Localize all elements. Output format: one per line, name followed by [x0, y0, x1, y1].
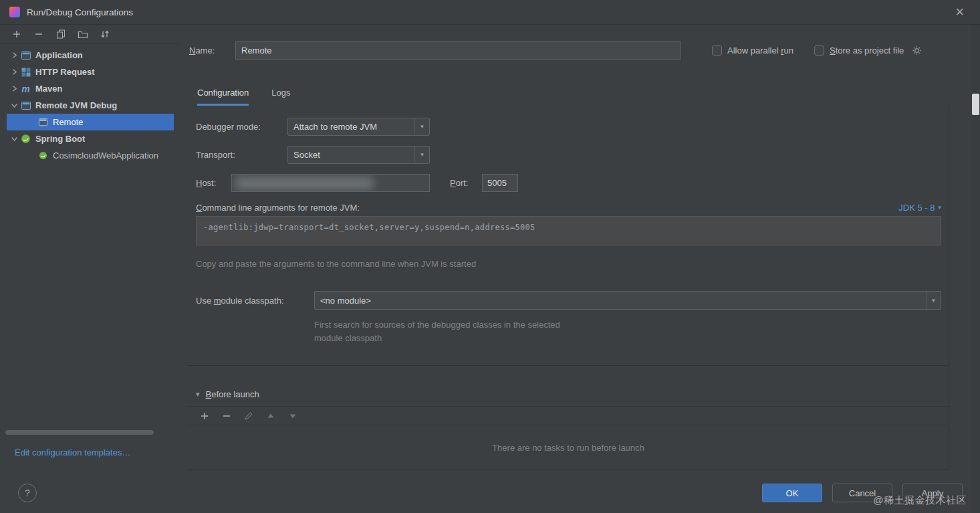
configurations-sidebar: Application HTTP Request m Maven Remote …: [0, 25, 180, 473]
move-down-icon[interactable]: [287, 411, 298, 421]
cmd-args-label-row: Command line arguments for remote JVM: J…: [196, 202, 941, 213]
sort-icon[interactable]: [100, 29, 110, 39]
chevron-down-icon[interactable]: [9, 135, 20, 142]
chevron-down-icon[interactable]: [9, 102, 20, 109]
debugger-mode-select[interactable]: Attach to remote JVM ▼: [287, 118, 430, 136]
sidebar-horizontal-scrollbar[interactable]: [5, 430, 154, 435]
section-divider: [187, 365, 949, 366]
remove-icon[interactable]: [221, 411, 232, 421]
before-launch-header[interactable]: ▾ Before launch: [196, 389, 949, 399]
host-port-row: Host: Port:: [196, 174, 949, 192]
remote-jvm-debug-icon: [20, 100, 31, 111]
configurations-tree: Application HTTP Request m Maven Remote …: [0, 43, 180, 164]
ok-button[interactable]: OK: [762, 484, 822, 502]
debugger-mode-label: Debugger mode:: [196, 122, 287, 132]
new-folder-icon[interactable]: [78, 29, 88, 39]
chevron-down-icon: ▾: [196, 390, 200, 399]
cmd-args-label: Command line arguments for remote JVM:: [196, 203, 360, 213]
redacted-host-value: [236, 177, 373, 189]
host-input[interactable]: [231, 174, 430, 192]
tab-configuration[interactable]: Configuration: [197, 88, 249, 106]
tree-item-application[interactable]: Application: [0, 47, 180, 64]
remote-config-icon: [37, 117, 49, 128]
debugger-mode-row: Debugger mode: Attach to remote JVM ▼: [196, 118, 949, 136]
cmd-args-field[interactable]: -agentlib:jdwp=transport=dt_socket,serve…: [196, 216, 941, 245]
title-bar: Run/Debug Configurations ×: [0, 0, 980, 25]
before-launch-toolbar: [187, 406, 949, 425]
port-label: Port:: [450, 178, 482, 188]
name-row: Name: Allow parallel run Store as projec…: [187, 41, 967, 60]
transport-select[interactable]: Socket ▼: [287, 146, 430, 164]
scrollbar-thumb[interactable]: [972, 94, 979, 115]
tabs: Configuration Logs: [187, 88, 967, 106]
chevron-right-icon[interactable]: [9, 85, 20, 92]
module-classpath-row: Use module classpath: <no module> ▼: [196, 291, 949, 310]
sidebar-toolbar: [0, 25, 180, 43]
tree-item-cosimcloud-web-application[interactable]: CosimcloudWebApplication: [0, 147, 180, 164]
gear-icon[interactable]: [912, 45, 922, 56]
tree-item-remote[interactable]: Remote: [7, 114, 174, 130]
jdk-version-select[interactable]: JDK 5 - 8 ▾: [898, 203, 941, 213]
store-as-project-file-checkbox[interactable]: [814, 45, 824, 56]
store-as-project-file-label: Store as project file: [830, 45, 904, 56]
chevron-down-icon: ▼: [926, 292, 941, 309]
tree-item-http-request[interactable]: HTTP Request: [0, 64, 180, 80]
configuration-panel: Debugger mode: Attach to remote JVM ▼ Tr…: [187, 106, 949, 470]
tree-item-maven[interactable]: m Maven: [0, 80, 180, 97]
maven-icon: m: [20, 84, 31, 94]
tab-logs[interactable]: Logs: [271, 88, 290, 106]
main-panel: Name: Allow parallel run Store as projec…: [187, 25, 967, 473]
chevron-down-icon: ▾: [938, 204, 941, 211]
transport-label: Transport:: [196, 150, 287, 160]
watermark: @稀土掘金技术社区: [873, 494, 967, 507]
module-classpath-hint: First search for sources of the debugged…: [314, 318, 949, 345]
spring-boot-app-icon: [37, 150, 49, 161]
before-launch-empty-state: There are no tasks to run before launch: [187, 425, 949, 470]
dialog-title: Run/Debug Configurations: [27, 7, 133, 17]
transport-row: Transport: Socket ▼: [196, 146, 949, 164]
name-label: Name:: [189, 45, 235, 56]
spring-boot-icon: [20, 134, 31, 144]
dialog-icon: [9, 7, 20, 17]
run-debug-configurations-dialog: Run/Debug Configurations × Application H…: [0, 0, 980, 513]
footer: ? OK Cancel Apply @稀土掘金技术社区: [0, 473, 980, 513]
add-icon[interactable]: [11, 29, 22, 39]
cmd-args-hint: Copy and paste the arguments to the comm…: [196, 259, 949, 269]
module-classpath-select[interactable]: <no module> ▼: [314, 291, 941, 310]
host-label: Host:: [196, 178, 231, 188]
remove-icon[interactable]: [33, 29, 44, 39]
edit-templates-link[interactable]: Edit configuration templates…: [15, 447, 130, 457]
tree-item-spring-boot[interactable]: Spring Boot: [0, 130, 180, 147]
tree-item-remote-jvm-debug[interactable]: Remote JVM Debug: [0, 97, 180, 114]
chevron-right-icon[interactable]: [9, 68, 20, 76]
copy-icon[interactable]: [55, 29, 66, 39]
edit-icon[interactable]: [243, 411, 254, 421]
help-button[interactable]: ?: [18, 484, 37, 502]
vertical-scrollbar[interactable]: [971, 25, 980, 513]
http-request-icon: [20, 67, 31, 78]
help-icon: ?: [25, 488, 30, 498]
chevron-right-icon[interactable]: [9, 52, 20, 59]
port-input[interactable]: [482, 174, 518, 192]
allow-parallel-run-label: Allow parallel run: [727, 45, 793, 56]
chevron-down-icon: ▼: [414, 146, 429, 163]
module-classpath-label: Use module classpath:: [196, 296, 314, 306]
close-icon[interactable]: ×: [955, 3, 964, 21]
before-launch-title: Before launch: [206, 389, 259, 399]
add-icon[interactable]: [199, 411, 210, 421]
name-input[interactable]: [235, 41, 681, 60]
application-icon: [20, 50, 31, 61]
chevron-down-icon: ▼: [414, 118, 429, 135]
allow-parallel-run-checkbox[interactable]: [712, 45, 722, 56]
move-up-icon[interactable]: [265, 411, 276, 421]
